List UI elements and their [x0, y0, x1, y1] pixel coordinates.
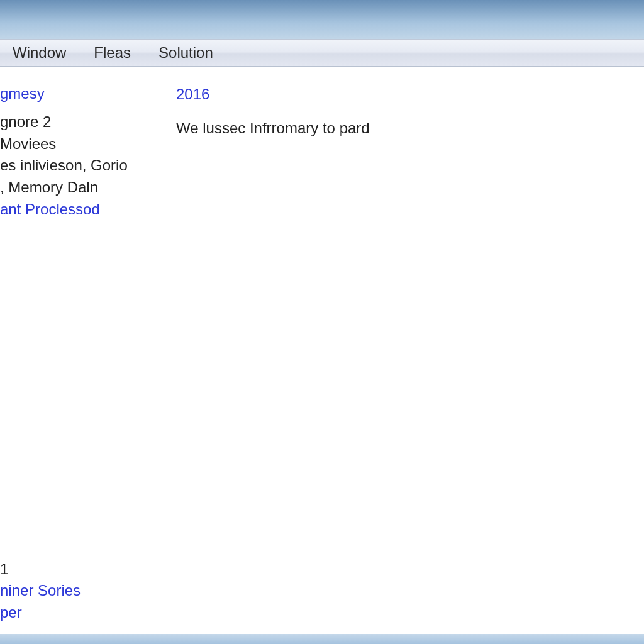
sidebar-bottom-list: 1 niner Sories per: [0, 558, 80, 624]
sidebar: gmesy gnore 2 Moviees es inlivieson, Gor…: [0, 83, 170, 634]
content-area: gmesy gnore 2 Moviees es inlivieson, Gor…: [0, 67, 644, 634]
menu-item-solution[interactable]: Solution: [158, 44, 213, 62]
sidebar-item[interactable]: niner Sories: [0, 580, 80, 602]
main-panel: 2016 We lussec Infrromary to pard: [170, 83, 370, 634]
sidebar-item[interactable]: , Memory Daln: [0, 177, 170, 199]
window-titlebar: [0, 0, 644, 39]
sidebar-item[interactable]: gnore 2: [0, 111, 170, 133]
sidebar-item[interactable]: gmesy: [0, 83, 170, 105]
sidebar-item[interactable]: 1: [0, 558, 80, 580]
main-body-text: We lussec Infrromary to pard: [176, 117, 370, 140]
menu-item-window[interactable]: Window: [13, 44, 66, 62]
sidebar-item[interactable]: ant Proclessod: [0, 199, 170, 221]
window-frame-bottom: [0, 634, 644, 644]
menu-item-fleas[interactable]: Fleas: [94, 44, 131, 62]
sidebar-item[interactable]: per: [0, 602, 80, 624]
menu-bar: Window Fleas Solution: [0, 39, 644, 67]
sidebar-item[interactable]: es inlivieson, Gorio: [0, 155, 170, 177]
main-heading: 2016: [176, 83, 370, 106]
sidebar-item[interactable]: Moviees: [0, 133, 170, 155]
